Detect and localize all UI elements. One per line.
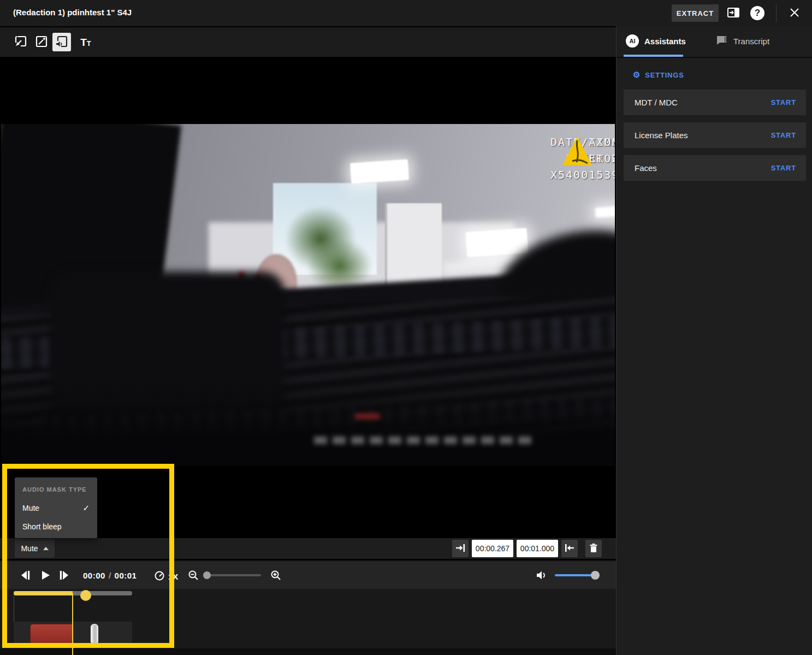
timeline-zoom-slider[interactable] <box>203 574 261 576</box>
settings-label: SETTINGS <box>645 71 684 79</box>
start-license-plates-button[interactable]: START <box>771 131 796 139</box>
help-button[interactable]: ? <box>750 6 764 20</box>
audio-mask-tool-button[interactable] <box>52 33 71 51</box>
volume-handle[interactable] <box>591 571 600 580</box>
topbar-divider <box>776 4 777 22</box>
bar-arrow-left-icon <box>564 542 576 556</box>
delete-segment-button[interactable] <box>585 540 602 557</box>
trash-icon <box>588 542 599 555</box>
timeline-area <box>0 589 616 655</box>
start-faces-button[interactable]: START <box>771 164 796 172</box>
step-back-icon <box>19 569 32 583</box>
ai-icon: AI <box>626 34 639 48</box>
segment-end-time-input[interactable] <box>517 540 558 557</box>
tab-assistants[interactable]: AI Assistants <box>626 26 686 56</box>
region-mask-icon <box>13 34 28 51</box>
text-tool-icon: TT <box>80 37 91 48</box>
set-start-to-playhead-button[interactable] <box>452 540 469 557</box>
region-mask-tool-button[interactable] <box>11 33 30 51</box>
redaction-toolbar: TT <box>0 27 616 57</box>
audio-mask-segment[interactable] <box>30 624 74 645</box>
volume-button[interactable] <box>535 569 549 583</box>
audio-mask-type-dropdown[interactable]: Mute <box>15 539 55 558</box>
zoom-out-icon <box>187 569 199 583</box>
active-tab-underline <box>624 55 683 57</box>
next-frame-button[interactable] <box>57 569 71 583</box>
gear-icon: ⚙ <box>633 70 641 80</box>
set-end-to-playhead-button[interactable] <box>561 540 578 557</box>
tab-transcript-label: Transcript <box>733 37 769 46</box>
start-mdt-mdc-button[interactable]: START <box>771 98 796 107</box>
help-icon: ? <box>750 6 764 20</box>
audio-mask-icon <box>54 34 69 51</box>
segment-start-time-input[interactable] <box>472 540 513 557</box>
text-tool-button[interactable]: TT <box>76 33 95 51</box>
timeline-zoom-in-button[interactable] <box>269 569 283 583</box>
audio-mask-type-menu: AUDIO MASK TYPE Mute ✓ Short bleep <box>15 477 97 538</box>
smart-mask-tool-button[interactable] <box>32 33 51 51</box>
video-frame[interactable]: DATE/TIME ERROR AXON FLEET 2 X54001539 <box>1 124 615 466</box>
mask-settings-bar: Mute <box>0 538 616 559</box>
video-bottom-shadow <box>1 381 615 466</box>
assistant-card-license-plates: License Plates START <box>624 122 806 148</box>
sidebar: AI Assistants Transcript ⚙ SETTINGS <box>616 26 812 655</box>
seek-handle[interactable] <box>80 590 91 601</box>
volume-slider[interactable] <box>555 574 600 576</box>
duration: 00:01 <box>115 571 137 580</box>
menu-item-short-bleep[interactable]: Short bleep <box>15 518 97 535</box>
menu-item-mute[interactable]: Mute ✓ <box>15 499 97 517</box>
play-icon <box>39 569 52 583</box>
video-red-glint <box>355 414 380 419</box>
video-blurred-watermark <box>314 436 532 444</box>
speaker-icon <box>535 569 548 583</box>
assistant-name: License Plates <box>635 131 688 140</box>
audio-mask-type-value: Mute <box>21 544 38 553</box>
menu-item-mute-label: Mute <box>22 504 39 512</box>
play-button[interactable] <box>38 569 52 583</box>
redaction-studio-window: (Redaction 1) pdinhtest 1" S4J EXTRACT ? <box>0 0 812 655</box>
assistants-settings-button[interactable]: ⚙ SETTINGS <box>630 69 687 80</box>
assistant-card-mdt-mdc: MDT / MDC START <box>624 90 806 115</box>
timeline-zoom-handle[interactable] <box>203 571 211 579</box>
assistant-name: MDT / MDC <box>635 98 678 107</box>
tab-transcript[interactable]: Transcript <box>715 26 769 56</box>
speedometer-icon <box>154 570 165 583</box>
smart-mask-icon <box>34 34 49 51</box>
step-forward-icon <box>57 569 70 583</box>
segment-time-cluster <box>452 540 602 557</box>
time-separator: / <box>105 571 115 580</box>
timecode-display: 00:00/00:01 <box>83 571 137 580</box>
audio-mask-type-menu-title: AUDIO MASK TYPE <box>22 486 87 493</box>
video-player-area: DATE/TIME ERROR AXON FLEET 2 X54001539 <box>0 57 616 538</box>
close-icon <box>789 7 800 20</box>
audio-mask-handle[interactable] <box>91 624 98 645</box>
arrow-to-bar-right-icon <box>454 542 466 556</box>
previous-frame-button[interactable] <box>19 569 33 583</box>
assistant-card-faces: Faces START <box>624 155 806 181</box>
bottom-strip <box>0 648 616 655</box>
top-bar: (Redaction 1) pdinhtest 1" S4J EXTRACT ? <box>0 0 812 27</box>
assistant-name: Faces <box>635 163 657 173</box>
export-icon <box>727 6 740 21</box>
current-time: 00:00 <box>83 571 105 580</box>
sidebar-tabs: AI Assistants Transcript <box>617 26 812 58</box>
seek-bar-fill <box>14 591 73 595</box>
tab-assistants-label: Assistants <box>644 37 686 46</box>
transport-bar: 00:00/00:01 1X <box>0 560 616 590</box>
video-ceiling-light <box>595 206 615 218</box>
menu-item-short-bleep-label: Short bleep <box>22 522 62 531</box>
axon-logo-icon <box>561 135 593 168</box>
chevron-up-icon <box>43 547 49 550</box>
zoom-in-icon <box>270 569 282 583</box>
transcript-icon <box>715 34 728 49</box>
video-ceiling-light <box>466 228 529 257</box>
playback-speed-button[interactable]: 1X <box>151 570 181 583</box>
extract-button[interactable]: EXTRACT <box>672 4 719 22</box>
check-icon: ✓ <box>82 503 90 513</box>
close-button[interactable] <box>789 7 801 19</box>
page-title: (Redaction 1) pdinhtest 1" S4J <box>13 8 132 17</box>
timeline-zoom-out-button[interactable] <box>186 569 200 583</box>
seek-bar[interactable] <box>14 591 132 595</box>
export-panel-button[interactable] <box>727 7 740 20</box>
speed-value: 1X <box>168 572 178 581</box>
